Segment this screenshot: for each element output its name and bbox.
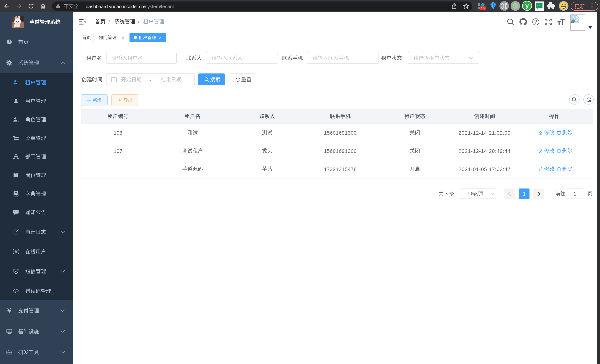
svg-text:y: y [525,2,529,9]
